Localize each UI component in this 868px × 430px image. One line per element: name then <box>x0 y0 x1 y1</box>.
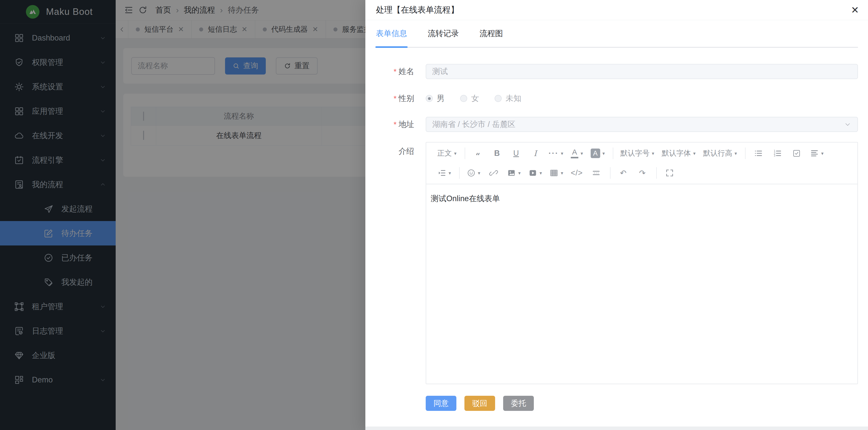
blockquote-icon[interactable]: “ <box>472 146 484 161</box>
toolbar-divider <box>465 147 465 159</box>
tab-form-info[interactable]: 表单信息 <box>375 28 408 47</box>
drawer-title: 处理【在线表单流程】 <box>376 4 459 16</box>
radio-circle-icon <box>495 95 502 102</box>
radio-circle-icon <box>460 95 467 102</box>
name-value: 测试 <box>432 66 448 77</box>
caret-down-icon: ▾ <box>561 170 563 176</box>
toolbar-divider <box>459 167 460 179</box>
tab-flow-record[interactable]: 流转记录 <box>427 28 459 47</box>
delegate-button[interactable]: 委托 <box>503 396 534 411</box>
drawer-bottom-strip <box>365 427 868 430</box>
caret-down-icon: ▾ <box>581 150 583 156</box>
font-size-dropdown[interactable]: 默认字号▾ <box>620 146 654 161</box>
toolbar-divider <box>610 167 611 179</box>
address-label: * 地址 <box>375 119 426 130</box>
caret-down-icon: ▾ <box>652 150 654 156</box>
radio-unknown[interactable]: 未知 <box>495 93 521 104</box>
radio-circle-icon <box>426 95 433 102</box>
radio-male[interactable]: 男 <box>426 93 444 104</box>
required-asterisk: * <box>394 94 397 103</box>
approve-button[interactable]: 同意 <box>426 396 456 411</box>
gender-radio-group: 男 女 未知 <box>426 93 858 104</box>
emoji-dropdown[interactable]: ▾ <box>467 166 480 180</box>
address-value: 湖南省 / 长沙市 / 岳麓区 <box>432 119 516 130</box>
drawer-close-icon[interactable]: ✕ <box>851 5 859 15</box>
redo-icon[interactable]: ↷ <box>637 166 648 180</box>
ordered-list-icon[interactable]: 123 <box>772 146 783 161</box>
divider-rule-icon[interactable] <box>590 166 602 180</box>
caret-down-icon: ▾ <box>454 150 457 156</box>
tab-flow-diagram[interactable]: 流程图 <box>479 28 503 47</box>
caret-down-icon: ▾ <box>539 170 542 176</box>
chevron-down-icon <box>844 121 851 128</box>
form-row-intro: 介绍 正文▾ “ B U I ···▾ A▾ A▾ <box>375 142 858 384</box>
form-row-address: * 地址 湖南省 / 长沙市 / 岳麓区 <box>375 117 858 132</box>
required-asterisk: * <box>394 120 397 128</box>
table-dropdown[interactable]: ▾ <box>550 166 563 180</box>
link-icon[interactable] <box>488 166 499 180</box>
toolbar-divider <box>656 167 657 179</box>
editor-content[interactable]: 测试Online在线表单 <box>426 184 858 384</box>
drawer-body: 表单信息 流转记录 流程图 * 姓名 测试 * <box>365 28 868 411</box>
more-styles-dropdown[interactable]: ···▾ <box>549 146 563 161</box>
italic-icon[interactable]: I <box>530 146 541 161</box>
font-family-dropdown[interactable]: 默认字体▾ <box>662 146 696 161</box>
drawer-header: 处理【在线表单流程】 ✕ <box>365 0 868 20</box>
editor-toolbar: 正文▾ “ B U I ···▾ A▾ A▾ 默认字号▾ 默认字体▾ <box>426 143 858 184</box>
font-color-dropdown[interactable]: A▾ <box>571 146 583 161</box>
name-input[interactable]: 测试 <box>426 64 858 79</box>
image-dropdown[interactable]: ▾ <box>507 166 521 180</box>
align-dropdown[interactable]: ▾ <box>810 146 824 161</box>
svg-text:3: 3 <box>774 154 775 157</box>
task-drawer: 处理【在线表单流程】 ✕ 表单信息 流转记录 流程图 * 姓名 测试 <box>365 0 868 430</box>
line-height-dropdown[interactable]: 默认行高▾ <box>703 146 737 161</box>
caret-down-icon: ▾ <box>693 150 696 156</box>
caret-down-icon: ▾ <box>448 170 451 176</box>
task-list-icon[interactable] <box>791 146 802 161</box>
app-root: Maku Boot Dashboard 权限管理 系统设置 应用管理 <box>0 0 868 430</box>
radio-female[interactable]: 女 <box>460 93 479 104</box>
required-asterisk: * <box>394 67 397 76</box>
gender-label: * 性别 <box>375 93 426 104</box>
toolbar-divider <box>745 147 746 159</box>
undo-icon[interactable]: ↶ <box>618 166 629 180</box>
code-icon[interactable]: </> <box>571 166 583 180</box>
form-row-name: * 姓名 测试 <box>375 64 858 79</box>
caret-down-icon: ▾ <box>821 150 824 156</box>
caret-down-icon: ▾ <box>735 150 737 156</box>
caret-down-icon: ▾ <box>602 150 605 156</box>
caret-down-icon: ▾ <box>478 170 480 176</box>
rich-text-editor: 正文▾ “ B U I ···▾ A▾ A▾ 默认字号▾ 默认字体▾ <box>426 142 858 384</box>
background-color-dropdown[interactable]: A▾ <box>591 146 605 161</box>
color-bar <box>571 157 578 159</box>
bold-icon[interactable]: B <box>491 146 503 161</box>
bullet-list-icon[interactable] <box>752 146 764 161</box>
toolbar-row-1: 正文▾ “ B U I ···▾ A▾ A▾ 默认字号▾ 默认字体▾ <box>437 143 858 163</box>
intro-label: 介绍 <box>375 142 426 156</box>
reject-button[interactable]: 驳回 <box>464 396 495 411</box>
paragraph-style-dropdown[interactable]: 正文▾ <box>437 146 457 161</box>
name-label: * 姓名 <box>375 66 426 77</box>
indent-dropdown[interactable]: ▾ <box>437 166 451 180</box>
fullscreen-icon[interactable] <box>664 166 675 180</box>
toolbar-row-2: ▾ ▾ ▾ ▾ ▾ </> ↶ ↷ <box>437 163 858 183</box>
caret-down-icon: ▾ <box>518 170 521 176</box>
underline-icon[interactable]: U <box>510 146 522 161</box>
toolbar-divider <box>613 147 613 159</box>
address-select[interactable]: 湖南省 / 长沙市 / 岳麓区 <box>426 117 858 132</box>
form-row-gender: * 性别 男 女 未知 <box>375 93 858 104</box>
drawer-tabs: 表单信息 流转记录 流程图 <box>375 28 858 48</box>
video-dropdown[interactable]: ▾ <box>528 166 542 180</box>
drawer-actions: 同意 驳回 委托 <box>375 396 858 411</box>
caret-down-icon: ▾ <box>561 150 563 156</box>
